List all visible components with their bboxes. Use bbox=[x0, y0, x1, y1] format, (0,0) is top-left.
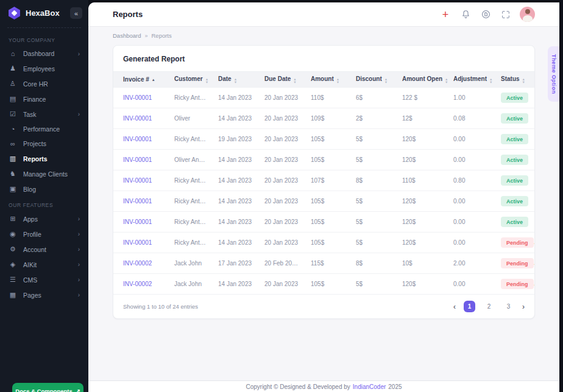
invoice-link[interactable]: INV-00001 bbox=[123, 115, 152, 122]
cell-discount: 5$ bbox=[350, 274, 396, 295]
sidebar-item-dashboard[interactable]: ⌂Dashboard› bbox=[0, 46, 88, 61]
sidebar-item-label: Apps bbox=[23, 215, 78, 223]
invoice-icon[interactable] bbox=[480, 9, 492, 21]
breadcrumb-link-dashboard[interactable]: Dashboard bbox=[113, 32, 141, 39]
invoice-link[interactable]: INV-00001 bbox=[123, 219, 152, 225]
reports-table: Invoice #▲Customer▲▼Date▲▼Due Date▲▼Amou… bbox=[113, 72, 534, 294]
sort-icon: ▲▼ bbox=[234, 78, 237, 83]
pagination-page-3[interactable]: 3 bbox=[503, 301, 514, 312]
sidebar-item-account[interactable]: ⚙Account› bbox=[0, 242, 88, 257]
cell-amount: 109$ bbox=[305, 108, 350, 129]
theme-option-tab[interactable]: Theme Option bbox=[548, 46, 559, 102]
column-header-amount[interactable]: Amount▲▼ bbox=[305, 72, 350, 88]
pagination-page-2[interactable]: 2 bbox=[483, 301, 495, 312]
sort-icon: ▲▼ bbox=[384, 78, 388, 83]
sidebar-item-core-hr[interactable]: ♙Core HR bbox=[0, 76, 88, 91]
sidebar-collapse-button[interactable]: « bbox=[70, 7, 82, 19]
docs-components-button[interactable]: Docs & Components ↗ bbox=[12, 383, 83, 392]
add-icon[interactable]: + bbox=[439, 9, 451, 21]
column-header-date[interactable]: Date▲▼ bbox=[212, 72, 258, 88]
column-header-discount[interactable]: Discount▲▼ bbox=[350, 72, 396, 88]
sidebar-item-reports[interactable]: ▥Reports bbox=[0, 151, 88, 166]
pagination-next-button[interactable]: › bbox=[522, 303, 525, 310]
topbar-actions: + bbox=[439, 7, 535, 22]
cell-date: 14 Jan 2023 bbox=[212, 191, 258, 212]
page-footer: Copyright © Designed & Developed by Indi… bbox=[88, 380, 559, 392]
breadcrumb-separator: » bbox=[144, 33, 147, 39]
cell-adjustment: 2.00 bbox=[447, 253, 495, 274]
notifications-icon[interactable] bbox=[459, 9, 472, 21]
chevron-right-icon: › bbox=[78, 246, 81, 253]
invoice-link[interactable]: INV-00001 bbox=[123, 239, 152, 246]
cell-date: 14 Jan 2023 bbox=[212, 108, 258, 129]
cell-discount: 2$ bbox=[350, 108, 396, 129]
sidebar-item-projects[interactable]: ∞Projects bbox=[0, 136, 88, 151]
column-header-due-date[interactable]: Due Date▲▼ bbox=[258, 72, 305, 88]
column-header-amount-open[interactable]: Amount Open▲▼ bbox=[396, 72, 447, 88]
sidebar-item-cms[interactable]: ☰CMS› bbox=[0, 272, 88, 287]
sidebar-item-profile[interactable]: ◉Profile› bbox=[0, 226, 88, 242]
cell-amount-open: 120$ bbox=[396, 150, 447, 170]
cell-date: 14 Jan 2023 bbox=[212, 150, 258, 170]
user-avatar[interactable] bbox=[520, 7, 535, 22]
invoice-link[interactable]: INV-00002 bbox=[123, 281, 152, 287]
sidebar-divider bbox=[7, 27, 81, 28]
external-link-icon: ↗ bbox=[76, 388, 80, 392]
manage-clients-icon: ♞ bbox=[9, 170, 17, 178]
sidebar-section-label: OUR FEATURES bbox=[0, 197, 88, 211]
sidebar-item-task[interactable]: ☑Task› bbox=[0, 107, 88, 122]
column-header-status[interactable]: Status▲▼ bbox=[495, 72, 534, 88]
sidebar-item-blog[interactable]: ▣Blog bbox=[0, 181, 88, 197]
cell-customer: Jack John bbox=[168, 274, 212, 295]
cell-discount: 8$ bbox=[350, 253, 396, 274]
table-row: INV-00001Ricky Antony14 Jan 202320 Jan 2… bbox=[113, 191, 534, 212]
sidebar-item-aikit[interactable]: ◈AIKit› bbox=[0, 257, 88, 272]
status-badge: Active bbox=[501, 196, 528, 206]
sidebar-item-label: Employees bbox=[23, 65, 81, 72]
copyright-year: 2025 bbox=[388, 383, 402, 390]
cell-customer: Ricky Antony bbox=[168, 88, 212, 108]
breadcrumb-current: Reports bbox=[152, 32, 172, 39]
cell-discount: 5$ bbox=[350, 233, 396, 253]
sidebar-item-apps[interactable]: ⊞Apps› bbox=[0, 211, 88, 226]
sidebar-item-label: Core HR bbox=[23, 80, 81, 88]
sidebar-item-manage-clients[interactable]: ♞Manage Clients bbox=[0, 166, 88, 181]
invoice-link[interactable]: INV-00001 bbox=[123, 177, 152, 184]
sidebar-item-label: Dashboard bbox=[23, 50, 78, 57]
cell-customer: Ricky Antony bbox=[168, 170, 212, 191]
sort-icon: ▲▼ bbox=[205, 78, 208, 83]
cell-date: 14 Jan 2023 bbox=[212, 233, 258, 253]
pagination-prev-button[interactable]: ‹ bbox=[453, 303, 456, 310]
sidebar-item-employees[interactable]: ♟Employees bbox=[0, 61, 88, 76]
status-badge: Pending bbox=[501, 279, 534, 289]
column-header-invoice[interactable]: Invoice #▲ bbox=[113, 72, 168, 88]
invoice-link[interactable]: INV-00001 bbox=[123, 94, 152, 101]
column-header-adjustment[interactable]: Adjustment▲▼ bbox=[447, 72, 495, 88]
cell-adjustment: 0.80 bbox=[447, 170, 495, 191]
task-icon: ☑ bbox=[9, 110, 17, 118]
table-footer: Showing 1 to 10 of 24 entries ‹ 123 › bbox=[113, 294, 534, 318]
cell-amount: 110$ bbox=[305, 88, 350, 108]
chevron-right-icon: › bbox=[78, 261, 81, 268]
fullscreen-icon[interactable] bbox=[500, 9, 512, 21]
column-header-customer[interactable]: Customer▲▼ bbox=[168, 72, 212, 88]
footer-brand-link[interactable]: IndianCoder bbox=[353, 383, 386, 390]
cell-amount: 105$ bbox=[305, 212, 350, 233]
status-badge: Active bbox=[501, 175, 528, 186]
invoice-link[interactable]: INV-00001 bbox=[123, 156, 152, 163]
invoice-link[interactable]: INV-00001 bbox=[123, 136, 152, 142]
pagination-page-1[interactable]: 1 bbox=[464, 301, 475, 312]
cell-adjustment: 0.00 bbox=[447, 191, 495, 212]
main-panel: Reports + Dashboard » Reports Generated … bbox=[88, 2, 559, 392]
cell-discount: 5$ bbox=[350, 191, 396, 212]
sidebar-item-pages[interactable]: ▦Pages› bbox=[0, 287, 88, 303]
status-badge: Active bbox=[501, 155, 528, 165]
status-badge: Active bbox=[501, 93, 528, 103]
cell-customer: Ricky Antony bbox=[168, 191, 212, 212]
sidebar-item-performance[interactable]: ◔Performance bbox=[0, 122, 88, 136]
sidebar-item-finance[interactable]: ▤Finance bbox=[0, 91, 88, 107]
sidebar-item-label: Reports bbox=[23, 155, 81, 163]
invoice-link[interactable]: INV-00002 bbox=[123, 260, 152, 267]
invoice-link[interactable]: INV-00001 bbox=[123, 198, 152, 205]
table-row: INV-00001Ricky Antony14 Jan 202320 Jan 2… bbox=[113, 212, 534, 233]
